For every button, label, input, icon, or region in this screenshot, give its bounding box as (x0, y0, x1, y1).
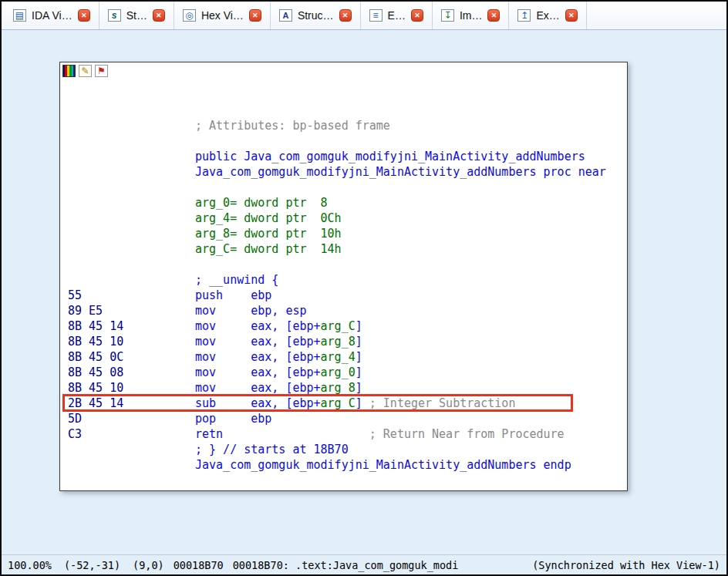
tab-close-icon[interactable]: ✕ (565, 9, 578, 22)
exports-icon: ↥ (517, 9, 531, 22)
status-zoom: 100.00% (8, 559, 52, 571)
disasm-line[interactable]: Java_com_gomguk_modifyjni_MainActivity_a… (60, 164, 627, 180)
opcode-bytes: 8B 45 0C (68, 349, 123, 365)
instruction-text: ; Attributes: bp-based frame (195, 118, 390, 133)
disasm-blank-line (60, 257, 627, 272)
tab-strings[interactable]: sSt…✕ (99, 2, 174, 29)
tab-label: St… (126, 9, 147, 22)
instruction-text: mov eax, [ebp+arg_C] (195, 318, 362, 334)
hex-view-icon: ◎ (183, 9, 196, 22)
disasm-blank-line (60, 133, 627, 149)
opcode-bytes: C3 (68, 426, 82, 442)
opcode-bytes: 55 (68, 288, 82, 303)
disasm-line[interactable]: ; } // starts at 18B70 (60, 442, 627, 457)
disasm-line[interactable]: Java_com_gomguk_modifyjni_MainActivity_a… (60, 457, 627, 473)
strings-icon: s (108, 9, 121, 22)
opcode-bytes: 8B 45 14 (68, 318, 123, 334)
navigation-band-icon[interactable] (62, 65, 76, 77)
disasm-line[interactable]: arg_0= dword ptr 8 (60, 195, 627, 211)
disasm-line[interactable]: 8B 45 08mov eax, [ebp+arg_0] (60, 365, 627, 380)
instruction-text: arg_4= dword ptr 0Ch (195, 211, 342, 226)
tab-label: Im… (460, 9, 483, 22)
ida-view-icon: ▤ (13, 9, 26, 22)
tab-close-icon[interactable]: ✕ (339, 9, 352, 22)
tab-close-icon[interactable]: ✕ (78, 9, 90, 22)
disasm-blank-line (60, 87, 627, 103)
instruction-text: push ebp (195, 288, 271, 303)
instruction-text: pop ebp (195, 411, 271, 426)
tab-hex-view[interactable]: ◎Hex Vi…✕ (174, 2, 271, 29)
instruction-text: mov eax, [ebp+arg_0] (195, 365, 362, 380)
disasm-line[interactable]: 8B 45 10mov eax, [ebp+arg_8] (60, 380, 627, 396)
tab-close-icon[interactable]: ✕ (249, 9, 261, 22)
disasm-line[interactable]: 89 E5mov ebp, esp (60, 303, 627, 318)
opcode-bytes: 89 E5 (68, 303, 103, 318)
opcode-bytes: 8B 45 10 (68, 380, 123, 396)
disasm-line[interactable]: arg_8= dword ptr 10h (60, 226, 627, 241)
tab-bar: ▤IDA Vi…✕sSt…✕◎Hex Vi…✕AStruc…✕≡E…✕↧Im…✕… (2, 2, 726, 30)
instruction-text: public Java_com_gomguk_modifyjni_MainAct… (195, 149, 585, 164)
status-cell: (9,0) (133, 559, 164, 571)
disasm-line[interactable]: ; Attributes: bp-based frame (60, 118, 627, 133)
tab-label: Hex Vi… (201, 9, 244, 22)
instruction-text: Java_com_gomguk_modifyjni_MainActivity_a… (195, 457, 571, 473)
instruction-text: arg_8= dword ptr 10h (195, 226, 342, 241)
opcode-bytes: 2B 45 14 (68, 396, 123, 411)
flag-icon[interactable]: ⚑ (95, 65, 108, 77)
instruction-text: mov eax, [ebp+arg_8] (195, 334, 362, 349)
tab-close-icon[interactable]: ✕ (487, 9, 500, 22)
instruction-text: Java_com_gomguk_modifyjni_MainActivity_a… (195, 164, 606, 180)
tab-close-icon[interactable]: ✕ (411, 9, 423, 22)
instruction-text: mov eax, [ebp+arg_8] (195, 380, 362, 396)
imports-icon: ↧ (441, 9, 454, 22)
workspace: ✎⚑ ; Attributes: bp-based framepublic Ja… (2, 30, 726, 554)
tab-structures[interactable]: AStruc…✕ (271, 2, 361, 29)
tab-imports[interactable]: ↧Im…✕ (433, 2, 510, 29)
status-coords: (-52,-31) (64, 559, 120, 571)
enums-icon: ≡ (369, 9, 383, 22)
opcode-bytes: 8B 45 08 (68, 365, 123, 380)
disasm-line[interactable]: 8B 45 10mov eax, [ebp+arg_8] (60, 334, 627, 349)
instruction-text: sub eax, [ebp+arg_C] ; Integer Subtracti… (195, 396, 515, 411)
tab-label: Struc… (298, 9, 334, 22)
disasm-line[interactable]: 55push ebp (60, 288, 627, 303)
disasm-line[interactable]: arg_C= dword ptr 14h (60, 241, 627, 257)
disasm-line[interactable]: public Java_com_gomguk_modifyjni_MainAct… (60, 149, 627, 164)
status-sync: (Synchronized with Hex View-1) (532, 559, 720, 571)
instruction-text: mov eax, [ebp+arg_4] (195, 349, 362, 365)
structures-icon: A (279, 9, 292, 22)
tab-ida-view[interactable]: ▤IDA Vi…✕ (5, 2, 99, 29)
tab-enums[interactable]: ≡E…✕ (361, 2, 433, 29)
disasm-line[interactable]: C3retn ; Return Near from Procedure (60, 426, 627, 442)
disasm-line[interactable]: 8B 45 0Cmov eax, [ebp+arg_4] (60, 349, 627, 365)
status-location: 00018B70: .text:Java_com_gomguk_modi (233, 559, 459, 571)
tab-label: Ex… (536, 9, 559, 22)
instruction-text: retn ; Return Near from Procedure (195, 426, 565, 442)
opcode-bytes: 8B 45 10 (68, 334, 123, 349)
tab-label: E… (388, 9, 406, 22)
status-address: 00018B70 (174, 559, 224, 571)
opcode-bytes: 5D (68, 411, 82, 426)
instruction-text: arg_C= dword ptr 14h (195, 241, 342, 257)
panel-toolbar: ✎⚑ (60, 62, 627, 79)
instruction-text: ; } // starts at 18B70 (195, 442, 349, 457)
tab-exports[interactable]: ↥Ex…✕ (509, 2, 586, 29)
disasm-line[interactable]: 2B 45 14sub eax, [ebp+arg_C] ; Integer S… (60, 396, 627, 411)
disasm-line[interactable]: 5Dpop ebp (60, 411, 627, 426)
tab-close-icon[interactable]: ✕ (153, 9, 165, 22)
disasm-line[interactable]: ; __unwind { (60, 272, 627, 288)
tab-label: IDA Vi… (32, 9, 72, 22)
disassembly: ; Attributes: bp-based framepublic Java_… (60, 79, 627, 473)
instruction-text: arg_0= dword ptr 8 (195, 195, 328, 211)
instruction-text: mov ebp, esp (195, 303, 307, 318)
disasm-blank-line (60, 180, 627, 195)
status-bar: 100.00% (-52,-31) (9,0) 00018B70 00018B7… (2, 554, 726, 574)
disasm-line[interactable]: arg_4= dword ptr 0Ch (60, 211, 627, 226)
disassembly-panel: ✎⚑ ; Attributes: bp-based framepublic Ja… (59, 62, 628, 491)
edit-icon[interactable]: ✎ (79, 65, 92, 77)
disasm-line[interactable]: 8B 45 14mov eax, [ebp+arg_C] (60, 318, 627, 334)
instruction-text: ; __unwind { (195, 272, 278, 288)
ida-window: ▤IDA Vi…✕sSt…✕◎Hex Vi…✕AStruc…✕≡E…✕↧Im…✕… (0, 0, 728, 576)
disasm-blank-line (60, 103, 627, 118)
